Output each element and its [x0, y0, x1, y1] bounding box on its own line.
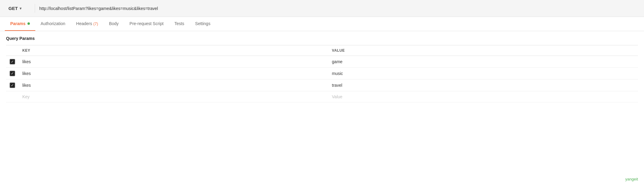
checkbox-checked[interactable]: ✓ [10, 83, 15, 88]
empty-key-input[interactable] [22, 94, 325, 99]
chevron-down-icon: ▾ [20, 6, 21, 11]
tab-body-label: Body [109, 21, 119, 26]
key-input[interactable] [22, 59, 325, 64]
row-check-cell: ✓ [6, 80, 19, 91]
content-area: Query Params KEY VALUE ✓✓✓ [0, 31, 644, 107]
tab-authorization-label: Authorization [41, 21, 65, 26]
table-row: ✓ [6, 56, 638, 68]
tab-params-label: Params [10, 21, 26, 26]
checkbox-checked[interactable]: ✓ [10, 71, 15, 76]
empty-row-key[interactable] [19, 91, 328, 102]
checkbox-wrap: ✓ [10, 71, 15, 76]
tab-tests[interactable]: Tests [169, 17, 190, 31]
tab-bar: Params Authorization Headers (7) Body Pr… [0, 17, 644, 31]
checkmark-icon: ✓ [11, 83, 14, 87]
method-label: GET [8, 6, 18, 11]
checkmark-icon: ✓ [11, 60, 14, 63]
key-input[interactable] [22, 83, 325, 88]
checkbox-wrap: ✓ [10, 83, 15, 88]
url-bar: GET ▾ [0, 0, 644, 17]
tab-settings-label: Settings [195, 21, 211, 26]
checkbox-checked[interactable]: ✓ [10, 59, 15, 64]
table-row-empty [6, 91, 638, 102]
tab-headers-label: Headers [76, 21, 92, 26]
table-header-row: KEY VALUE [6, 45, 638, 56]
table-row: ✓ [6, 80, 638, 91]
method-selector[interactable]: GET ▾ [5, 4, 35, 13]
tab-settings[interactable]: Settings [190, 17, 216, 31]
row-check-cell: ✓ [6, 56, 19, 68]
row-value-cell[interactable] [328, 80, 638, 91]
section-title: Query Params [6, 36, 638, 41]
url-input[interactable] [35, 4, 639, 13]
row-key-cell[interactable] [19, 68, 328, 80]
table-row: ✓ [6, 68, 638, 80]
headers-badge: (7) [93, 21, 98, 26]
col-header-value: VALUE [328, 45, 638, 56]
row-key-cell[interactable] [19, 80, 328, 91]
empty-row-check [6, 91, 19, 102]
params-table: KEY VALUE ✓✓✓ [6, 45, 638, 102]
tab-authorization[interactable]: Authorization [35, 17, 71, 31]
row-value-cell[interactable] [328, 56, 638, 68]
tab-headers[interactable]: Headers (7) [71, 17, 104, 31]
tab-body[interactable]: Body [104, 17, 124, 31]
empty-row-value[interactable] [328, 91, 638, 102]
empty-value-input[interactable] [332, 94, 634, 99]
checkmark-icon: ✓ [11, 72, 14, 75]
checkbox-wrap: ✓ [10, 59, 15, 64]
row-value-cell[interactable] [328, 68, 638, 80]
tab-tests-label: Tests [174, 21, 184, 26]
params-dot-icon [27, 22, 30, 25]
row-key-cell[interactable] [19, 56, 328, 68]
col-header-key: KEY [19, 45, 328, 56]
tab-params[interactable]: Params [5, 17, 35, 31]
tab-pre-request-script[interactable]: Pre-request Script [124, 17, 169, 31]
col-header-check [6, 45, 19, 56]
value-input[interactable] [332, 71, 634, 76]
value-input[interactable] [332, 59, 634, 64]
value-input[interactable] [332, 83, 634, 88]
row-check-cell: ✓ [6, 68, 19, 80]
tab-pre-request-label: Pre-request Script [129, 21, 164, 26]
key-input[interactable] [22, 71, 325, 76]
